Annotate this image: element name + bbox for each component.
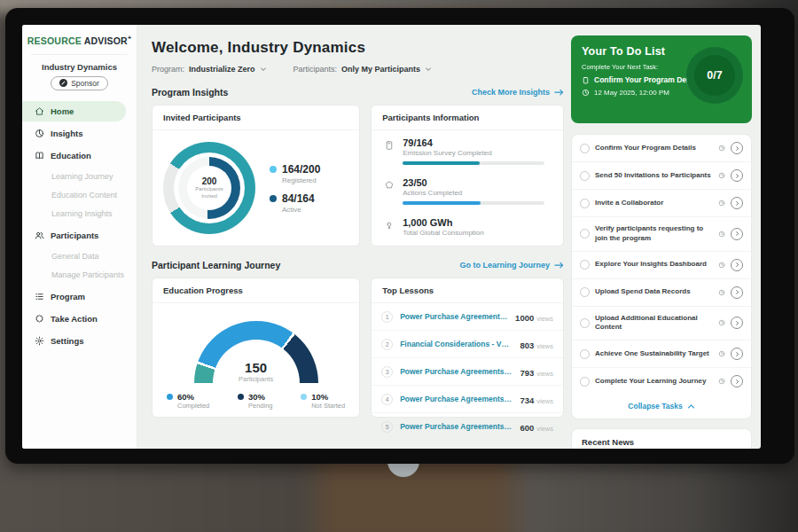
clock-icon bbox=[718, 172, 725, 179]
lesson-link[interactable]: Power Purchase Agreements 102 bbox=[400, 395, 512, 403]
sidebar-item-participants[interactable]: Participants bbox=[22, 225, 126, 246]
sponsor-badge-label: Sponsor bbox=[71, 79, 99, 88]
lesson-rank: 2 bbox=[381, 339, 393, 350]
sidebar-item-label: Settings bbox=[51, 336, 83, 346]
lesson-link[interactable]: Power Purchase Agreements 101 bbox=[400, 367, 512, 376]
link-label: Check More Insights bbox=[472, 88, 550, 97]
not-started-pct: 10% bbox=[311, 392, 345, 402]
participants-dropdown[interactable]: Participants: Only My Participants bbox=[293, 65, 433, 74]
task-open-button[interactable] bbox=[731, 142, 743, 154]
todo-next-task: Confirm Your Program Details bbox=[594, 75, 701, 84]
lesson-link[interactable]: Financial Considerations - VPPAs bbox=[400, 340, 512, 348]
lesson-link[interactable]: Power Purchase Agreements 101 bbox=[400, 312, 508, 321]
education-gauge-chart: 150 Participants bbox=[194, 321, 318, 383]
views-suffix: views bbox=[536, 315, 553, 323]
program-label: Program: bbox=[152, 65, 184, 74]
task-label: Confirm Your Program Details bbox=[595, 144, 713, 153]
task-open-button[interactable] bbox=[731, 286, 743, 299]
gauge-center-value: 150 bbox=[194, 360, 318, 375]
task-checkbox[interactable] bbox=[580, 287, 590, 297]
views-suffix: views bbox=[536, 425, 553, 433]
task-checkbox[interactable] bbox=[580, 199, 590, 208]
sidebar-item-education[interactable]: Education bbox=[22, 145, 126, 166]
task-row-complete-learning-journey[interactable]: Complete Your Learning Journey bbox=[572, 368, 751, 395]
task-row-invite-collaborator[interactable]: Invite a Collaborator bbox=[572, 190, 751, 217]
lesson-row[interactable]: 1 Power Purchase Agreements 101 1000view… bbox=[372, 303, 563, 331]
task-row-explore-insights[interactable]: Explore Your Insights Dashboard bbox=[572, 252, 751, 279]
lesson-views: 600 bbox=[520, 423, 534, 433]
task-row-verify-participants[interactable]: Verify participants requesting to join t… bbox=[572, 217, 751, 252]
task-checkbox[interactable] bbox=[580, 377, 590, 387]
sidebar-item-learning-insights[interactable]: Learning Insights bbox=[22, 205, 137, 223]
sidebar-item-home[interactable]: Home bbox=[22, 101, 126, 121]
chevron-up-icon bbox=[687, 403, 695, 410]
sidebar-item-program[interactable]: Program bbox=[22, 286, 126, 307]
lesson-rank: 3 bbox=[381, 366, 393, 378]
lesson-link[interactable]: Power Purchase Agreements 103 bbox=[400, 422, 512, 431]
task-open-button[interactable] bbox=[731, 317, 743, 329]
sidebar-item-label: Take Action bbox=[51, 314, 98, 324]
recent-news-card: Recent News bbox=[571, 428, 752, 449]
sidebar-item-take-action[interactable]: Take Action bbox=[22, 309, 126, 329]
task-open-button[interactable] bbox=[731, 197, 743, 209]
active-label: Active bbox=[282, 206, 315, 214]
consumption-value: 1,000 GWh bbox=[403, 217, 484, 228]
home-icon bbox=[35, 106, 44, 116]
brand-plus: + bbox=[128, 35, 131, 41]
views-suffix: views bbox=[536, 342, 553, 350]
lesson-row[interactable]: 5 Power Purchase Agreements 103 600views bbox=[372, 413, 563, 440]
task-checkbox[interactable] bbox=[580, 171, 590, 181]
content-area: Welcome, Industry Dynamics Program: Indu… bbox=[137, 25, 761, 449]
survey-value: 79/164 bbox=[403, 137, 551, 148]
sidebar-item-insights[interactable]: Insights bbox=[22, 123, 126, 144]
task-row-upload-educational-content[interactable]: Upload Additional Educational Content bbox=[572, 307, 751, 341]
task-open-button[interactable] bbox=[731, 348, 743, 360]
lesson-row[interactable]: 4 Power Purchase Agreements 102 734views bbox=[372, 386, 563, 413]
sidebar-item-label: Home bbox=[51, 106, 74, 116]
task-label: Explore Your Insights Dashboard bbox=[595, 260, 713, 270]
lesson-rank: 1 bbox=[381, 311, 393, 323]
sidebar-item-manage-participants[interactable]: Manage Participants bbox=[22, 266, 137, 285]
clock-icon bbox=[718, 378, 725, 385]
task-list: Confirm Your Program Details Send 50 Inv… bbox=[571, 134, 752, 419]
sidebar-item-label: Education bbox=[51, 151, 91, 160]
sidebar-item-learning-journey[interactable]: Learning Journey bbox=[22, 168, 137, 186]
program-dropdown[interactable]: Program: Industrialize Zero bbox=[152, 65, 267, 74]
views-suffix: views bbox=[536, 370, 553, 378]
donut-legend: 164/200 Registered 84/164 Active bbox=[270, 155, 320, 222]
top-lessons-card: Top Lessons 1 Power Purchase Agreements … bbox=[371, 278, 564, 418]
task-open-button[interactable] bbox=[731, 228, 743, 240]
collapse-tasks-link[interactable]: Collapse Tasks bbox=[572, 395, 751, 419]
task-open-button[interactable] bbox=[731, 259, 743, 271]
completed-pct: 60% bbox=[177, 392, 209, 402]
sidebar-item-label: Program bbox=[51, 292, 85, 301]
lesson-row[interactable]: 3 Power Purchase Agreements 101 793views bbox=[372, 358, 563, 386]
sponsor-badge[interactable]: Sponsor bbox=[51, 76, 108, 90]
task-checkbox[interactable] bbox=[580, 349, 590, 359]
task-row-send-invitations[interactable]: Send 50 Invitations to Participants bbox=[572, 162, 751, 190]
sidebar-item-general-data[interactable]: General Data bbox=[22, 247, 137, 266]
sidebar-item-education-content[interactable]: Education Content bbox=[22, 186, 137, 205]
task-checkbox[interactable] bbox=[580, 144, 590, 153]
task-checkbox[interactable] bbox=[580, 260, 590, 270]
sidebar-item-settings[interactable]: Settings bbox=[22, 331, 126, 351]
task-checkbox[interactable] bbox=[580, 229, 590, 239]
main-column: Welcome, Industry Dynamics Program: Indu… bbox=[137, 25, 571, 449]
task-row-achieve-target[interactable]: Achieve One Sustainability Target bbox=[572, 340, 751, 368]
divider bbox=[31, 54, 128, 55]
task-checkbox[interactable] bbox=[580, 318, 590, 328]
brand-logo: RESOURCE ADVISOR+ bbox=[22, 35, 137, 46]
task-open-button[interactable] bbox=[731, 375, 743, 387]
lesson-row[interactable]: 2 Financial Considerations - VPPAs 803vi… bbox=[372, 331, 563, 358]
registered-value: 164/200 bbox=[282, 163, 320, 176]
task-open-button[interactable] bbox=[731, 169, 743, 182]
survey-icon bbox=[384, 140, 395, 151]
task-row-confirm-program[interactable]: Confirm Your Program Details bbox=[572, 135, 751, 162]
go-to-learning-journey-link[interactable]: Go to Learning Journey bbox=[459, 261, 564, 270]
arrow-right-icon bbox=[554, 262, 564, 270]
todo-due-date: 12 May 2025, 12:00 PM bbox=[594, 89, 669, 97]
check-more-insights-link[interactable]: Check More Insights bbox=[472, 88, 564, 97]
actions-icon bbox=[384, 180, 395, 191]
brand-primary: RESOURCE bbox=[27, 35, 82, 46]
task-row-upload-spend-data[interactable]: Upload Spend Data Records bbox=[572, 279, 751, 307]
